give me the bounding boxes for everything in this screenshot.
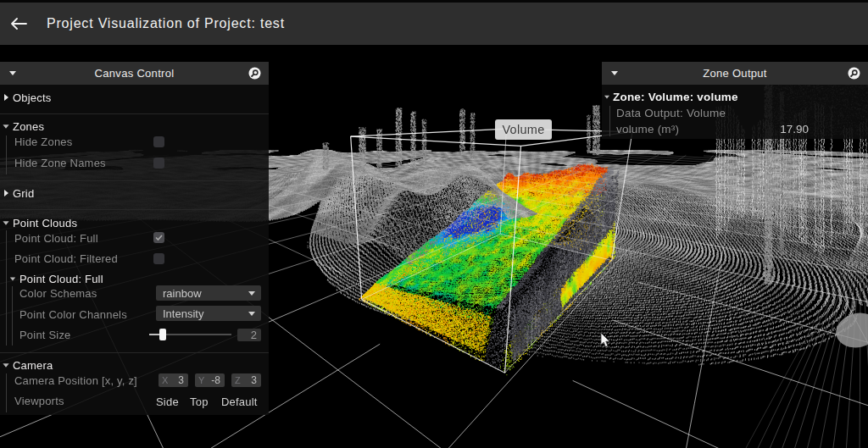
caret-down-icon[interactable] <box>604 96 609 99</box>
volume-metric-value: 17.90 <box>780 123 809 136</box>
zone-output-header[interactable]: Zone Output <box>602 62 868 85</box>
viewport-default-button[interactable]: Default <box>221 395 258 408</box>
row-point-cloud-filtered: Point Cloud: Filtered <box>0 251 269 267</box>
row-data-output: Data Output: Volume <box>602 105 868 121</box>
camera-position-label: Camera Position [x, y, z] <box>14 374 137 387</box>
subtree-point-cloud-full[interactable]: Point Cloud: Full <box>0 270 269 287</box>
zone-output-panel: Zone Output Zone: Volume: volume Data Ou… <box>602 62 868 139</box>
point-size-slider-fill <box>149 334 159 335</box>
zones-label: Zones <box>13 120 44 133</box>
row-point-cloud-full: Point Cloud: Full <box>0 230 269 246</box>
viewport-top-button[interactable]: Top <box>190 395 209 408</box>
divider <box>0 209 269 210</box>
camera-z-input[interactable]: Z 3 <box>231 373 261 387</box>
divider <box>0 180 269 181</box>
top-bar: Project Visualization of Project: test <box>0 3 868 45</box>
row-hide-zone-names: Hide Zone Names <box>0 155 269 171</box>
hide-zones-checkbox[interactable] <box>153 136 164 147</box>
caret-right-icon[interactable] <box>4 94 8 101</box>
divider <box>0 352 269 353</box>
camera-y-axis-label: Y <box>198 375 211 385</box>
point-cloud-filtered-label: Point Cloud: Filtered <box>14 252 118 265</box>
viewports-label: Viewports <box>14 395 64 407</box>
zone-tree-header[interactable]: Zone: Volume: volume <box>602 89 868 105</box>
caret-down-icon[interactable] <box>3 221 8 225</box>
mouse-cursor <box>600 332 611 348</box>
point-color-channels-label: Point Color Channels <box>19 308 127 321</box>
camera-x-input[interactable]: X 3 <box>159 373 188 387</box>
data-output-label: Data Output: Volume <box>616 107 726 119</box>
point-cloud-full-label: Point Cloud: Full <box>14 232 98 245</box>
section-camera[interactable]: Camera <box>0 357 269 373</box>
color-schemas-label: Color Schemas <box>19 287 97 300</box>
objects-label: Objects <box>13 91 51 104</box>
point-cloud-full-group-label: Point Cloud: Full <box>19 273 103 285</box>
page-title: Project Visualization of Project: test <box>47 16 285 31</box>
zone-box-label-text: Volume <box>502 123 544 136</box>
row-camera-position: Camera Position [x, y, z] <box>0 373 269 389</box>
caret-down-icon[interactable] <box>3 124 8 129</box>
camera-y-value: -8 <box>211 374 220 386</box>
caret-down-icon <box>248 291 255 296</box>
row-volume-metric: volume (m³) <box>602 121 868 137</box>
magnifier-icon[interactable] <box>848 67 860 80</box>
row-hide-zones: Hide Zones <box>0 134 269 150</box>
canvas-control-header[interactable]: Canvas Control <box>0 62 269 85</box>
hide-zone-names-checkbox[interactable] <box>153 158 164 169</box>
hide-zones-label: Hide Zones <box>14 136 72 148</box>
zone-output-title: Zone Output <box>602 67 868 80</box>
point-color-channels-select[interactable]: Intensity <box>156 306 261 321</box>
zone-title: Zone: Volume: volume <box>613 91 738 103</box>
viewport-side-button[interactable]: Side <box>156 395 179 408</box>
magnifier-icon[interactable] <box>248 67 261 80</box>
canvas-control-panel: Canvas Control Objects Zones Hide Zones … <box>0 62 269 415</box>
camera-z-value: 3 <box>251 374 257 386</box>
camera-label: Camera <box>13 359 53 372</box>
caret-down-icon[interactable] <box>3 363 8 368</box>
divider <box>0 113 269 114</box>
hide-zone-names-label: Hide Zone Names <box>14 157 106 169</box>
section-grid[interactable]: Grid <box>0 185 269 202</box>
caret-down-icon[interactable] <box>10 277 15 280</box>
back-button[interactable] <box>0 3 37 45</box>
section-objects[interactable]: Objects <box>0 89 269 106</box>
camera-z-axis-label: Z <box>235 375 251 385</box>
camera-y-input[interactable]: Y -8 <box>195 373 225 387</box>
section-point-clouds[interactable]: Point Clouds <box>0 214 269 231</box>
volume-metric-label: volume (m³) <box>616 123 679 136</box>
app-root: Volume Project Visualization of Project:… <box>0 0 868 448</box>
arrow-left-icon <box>10 18 27 30</box>
point-clouds-label: Point Clouds <box>13 217 77 230</box>
camera-x-axis-label: X <box>162 375 178 385</box>
point-size-value[interactable]: 2 <box>237 329 261 341</box>
color-schemas-value: rainbow <box>163 287 248 300</box>
canvas-control-title: Canvas Control <box>0 67 269 80</box>
point-color-channels-value: Intensity <box>163 307 248 320</box>
color-schemas-select[interactable]: rainbow <box>156 285 261 301</box>
point-size-label: Point Size <box>19 329 71 341</box>
caret-down-icon <box>248 312 255 316</box>
caret-right-icon[interactable] <box>4 190 8 196</box>
grid-label: Grid <box>13 187 34 200</box>
camera-x-value: 3 <box>178 374 184 386</box>
point-cloud-filtered-checkbox[interactable] <box>153 253 164 264</box>
section-zones[interactable]: Zones <box>0 118 269 135</box>
point-size-slider-handle[interactable] <box>159 329 166 340</box>
zone-box-label: Volume <box>495 119 552 140</box>
point-cloud-full-checkbox[interactable] <box>153 232 164 243</box>
